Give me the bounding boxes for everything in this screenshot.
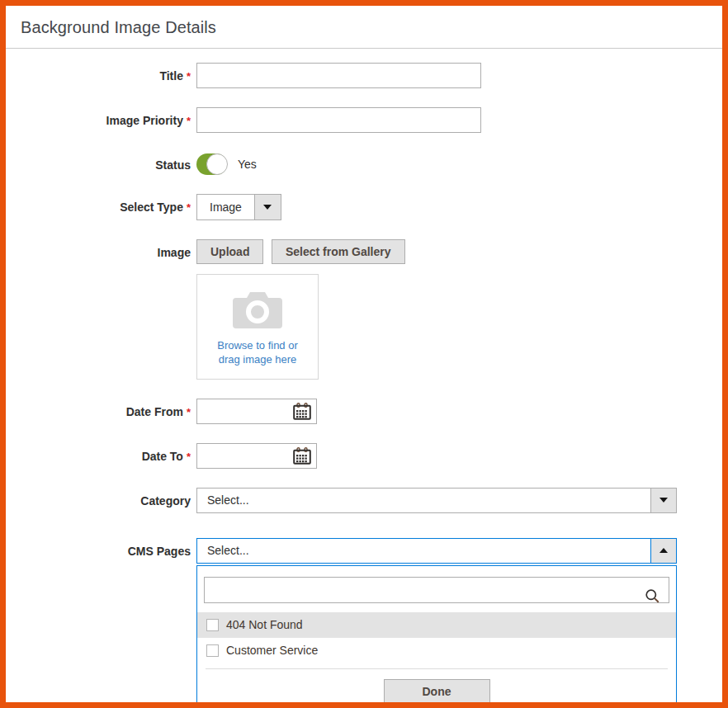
cms-pages-search-input[interactable] xyxy=(204,577,669,603)
image-priority-label: Image Priority xyxy=(106,114,183,127)
calendar-icon[interactable] xyxy=(293,403,311,420)
status-label: Status xyxy=(155,158,191,172)
select-type-label: Select Type xyxy=(120,201,183,214)
checkbox[interactable] xyxy=(206,619,219,631)
field-row-title: Title* xyxy=(6,63,722,88)
date-from-label: Date From xyxy=(126,405,183,418)
category-dropdown[interactable]: Select... xyxy=(196,488,677,513)
required-asterisk: * xyxy=(187,451,191,463)
required-asterisk: * xyxy=(187,115,191,127)
category-selected-value: Select... xyxy=(197,489,650,512)
checkbox[interactable] xyxy=(206,644,219,657)
background-image-form: Title* Image Priority* Status Yes xyxy=(6,49,722,708)
field-row-select-type: Select Type* Image xyxy=(6,194,722,220)
status-toggle[interactable] xyxy=(196,153,227,175)
field-row-date-to: Date To* xyxy=(6,443,722,469)
chevron-up-icon[interactable] xyxy=(650,539,676,563)
page-title: Background Image Details xyxy=(21,18,707,37)
chevron-down-icon[interactable] xyxy=(650,489,676,512)
cms-pages-label: CMS Pages xyxy=(128,545,191,558)
field-row-date-from: Date From* xyxy=(6,399,722,424)
image-label: Image xyxy=(158,246,191,259)
panel-header: Background Image Details xyxy=(6,6,722,49)
field-row-status: Status Yes xyxy=(6,152,722,175)
search-icon[interactable] xyxy=(645,588,660,604)
cms-pages-selected-value: Select... xyxy=(197,539,650,563)
image-priority-input[interactable] xyxy=(196,107,481,133)
field-row-image-priority: Image Priority* xyxy=(6,107,722,133)
cms-page-option-404-not-found[interactable]: 404 Not Found xyxy=(197,612,676,638)
cms-pages-dropdown[interactable]: Select... xyxy=(196,538,677,564)
select-type-selected-value: Image xyxy=(197,195,254,219)
image-dropzone[interactable]: Browse to find or drag image here xyxy=(196,274,319,380)
field-row-category: Category Select... xyxy=(6,488,722,513)
camera-icon xyxy=(232,318,283,332)
toggle-knob xyxy=(206,153,228,175)
cms-page-option-label: Customer Service xyxy=(226,644,318,657)
select-type-dropdown[interactable]: Image xyxy=(196,194,281,220)
cms-pages-option-list: 404 Not Found Customer Service xyxy=(197,612,676,663)
field-row-cms-pages: CMS Pages Select... xyxy=(6,538,722,708)
background-image-details-panel: Background Image Details Title* Image Pr… xyxy=(0,0,728,708)
required-asterisk: * xyxy=(187,70,191,83)
calendar-icon[interactable] xyxy=(293,447,311,465)
cms-page-option-label: 404 Not Found xyxy=(226,618,303,631)
upload-button[interactable]: Upload xyxy=(196,239,263,264)
select-from-gallery-button[interactable]: Select from Gallery xyxy=(272,239,405,264)
browse-link[interactable]: Browse to find or drag image here xyxy=(207,339,308,367)
done-button[interactable]: Done xyxy=(384,679,490,704)
field-row-image: Image Upload Select from Gallery Browse xyxy=(6,239,722,380)
category-label: Category xyxy=(140,494,191,507)
required-asterisk: * xyxy=(187,406,191,418)
title-label: Title xyxy=(159,69,183,83)
date-to-label: Date To xyxy=(142,450,183,463)
title-input[interactable] xyxy=(196,63,481,88)
cms-pages-dropdown-panel: 404 Not Found Customer Service Done xyxy=(196,565,677,708)
status-toggle-state-label: Yes xyxy=(238,158,257,171)
cms-page-option-customer-service[interactable]: Customer Service xyxy=(197,638,676,663)
required-asterisk: * xyxy=(187,201,191,214)
chevron-down-icon[interactable] xyxy=(254,195,281,219)
